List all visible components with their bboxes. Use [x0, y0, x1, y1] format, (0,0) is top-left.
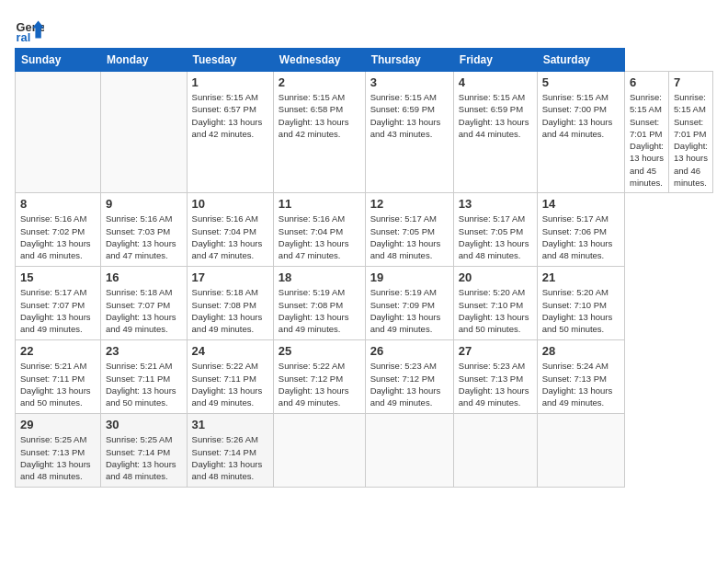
day-info: Sunrise: 5:22 AM Sunset: 7:12 PM Dayligh… [279, 360, 360, 408]
day-info: Sunrise: 5:25 AM Sunset: 7:13 PM Dayligh… [20, 433, 96, 482]
calendar-week-4: 22 Sunrise: 5:21 AM Sunset: 7:11 PM Dayl… [16, 340, 713, 414]
calendar-cell: 16 Sunrise: 5:18 AM Sunset: 7:07 PM Dayl… [100, 267, 187, 340]
day-number: 24 [192, 344, 268, 358]
day-number: 15 [20, 270, 96, 284]
calendar-cell: 1 Sunrise: 5:15 AM Sunset: 6:57 PM Dayli… [187, 72, 273, 193]
day-info: Sunrise: 5:17 AM Sunset: 7:07 PM Dayligh… [20, 286, 96, 335]
header-sunday: Sunday [16, 49, 101, 72]
header-thursday: Thursday [365, 49, 453, 72]
calendar-cell: 3 Sunrise: 5:15 AM Sunset: 6:59 PM Dayli… [365, 72, 453, 193]
calendar-cell: 2 Sunrise: 5:15 AM Sunset: 6:58 PM Dayli… [273, 72, 365, 193]
day-number: 22 [20, 344, 96, 358]
calendar-cell: 14 Sunrise: 5:17 AM Sunset: 7:06 PM Dayl… [537, 193, 624, 267]
calendar-cell: 12 Sunrise: 5:17 AM Sunset: 7:05 PM Dayl… [365, 193, 453, 267]
day-number: 29 [20, 418, 96, 431]
day-info: Sunrise: 5:21 AM Sunset: 7:11 PM Dayligh… [106, 360, 182, 408]
day-number: 23 [106, 344, 182, 358]
day-number: 4 [459, 75, 532, 89]
day-number: 13 [459, 197, 532, 211]
day-info: Sunrise: 5:16 AM Sunset: 7:03 PM Dayligh… [106, 213, 182, 261]
day-number: 2 [279, 75, 360, 89]
calendar-week-2: 8 Sunrise: 5:16 AM Sunset: 7:02 PM Dayli… [16, 193, 713, 267]
day-number: 25 [279, 344, 360, 358]
day-info: Sunrise: 5:16 AM Sunset: 7:04 PM Dayligh… [279, 213, 360, 261]
day-info: Sunrise: 5:17 AM Sunset: 7:05 PM Dayligh… [459, 213, 532, 261]
calendar-cell: 11 Sunrise: 5:16 AM Sunset: 7:04 PM Dayl… [273, 193, 365, 267]
day-number: 11 [279, 197, 360, 211]
calendar-cell: 27 Sunrise: 5:23 AM Sunset: 7:13 PM Dayl… [453, 340, 537, 414]
logo: Gene ral [15, 15, 48, 44]
day-info: Sunrise: 5:20 AM Sunset: 7:10 PM Dayligh… [542, 286, 620, 335]
calendar-body: 1 Sunrise: 5:15 AM Sunset: 6:57 PM Dayli… [16, 72, 713, 488]
calendar-cell: 22 Sunrise: 5:21 AM Sunset: 7:11 PM Dayl… [16, 340, 101, 414]
header-saturday: Saturday [537, 49, 624, 72]
day-number: 18 [279, 270, 360, 284]
day-number: 8 [20, 197, 96, 211]
calendar-cell [273, 414, 365, 488]
day-number: 27 [459, 344, 532, 358]
calendar-cell: 25 Sunrise: 5:22 AM Sunset: 7:12 PM Dayl… [273, 340, 365, 414]
day-number: 16 [106, 270, 182, 284]
calendar-cell: 23 Sunrise: 5:21 AM Sunset: 7:11 PM Dayl… [100, 340, 187, 414]
calendar-cell: 21 Sunrise: 5:20 AM Sunset: 7:10 PM Dayl… [537, 267, 624, 340]
day-number: 6 [630, 75, 664, 89]
day-number: 26 [370, 344, 449, 358]
calendar-week-1: 1 Sunrise: 5:15 AM Sunset: 6:57 PM Dayli… [16, 72, 713, 193]
day-number: 19 [370, 270, 449, 284]
day-info: Sunrise: 5:17 AM Sunset: 7:06 PM Dayligh… [542, 213, 620, 261]
svg-text:ral: ral [17, 30, 31, 44]
header-monday: Monday [100, 49, 187, 72]
day-number: 3 [370, 75, 449, 89]
calendar-cell: 9 Sunrise: 5:16 AM Sunset: 7:03 PM Dayli… [100, 193, 187, 267]
day-info: Sunrise: 5:22 AM Sunset: 7:11 PM Dayligh… [192, 360, 268, 408]
header-wednesday: Wednesday [273, 49, 365, 72]
day-number: 5 [542, 75, 620, 89]
calendar-header-row: SundayMondayTuesdayWednesdayThursdayFrid… [16, 49, 713, 72]
calendar-cell: 28 Sunrise: 5:24 AM Sunset: 7:13 PM Dayl… [537, 340, 624, 414]
day-number: 30 [106, 418, 182, 431]
day-info: Sunrise: 5:25 AM Sunset: 7:14 PM Dayligh… [106, 433, 182, 482]
day-info: Sunrise: 5:17 AM Sunset: 7:05 PM Dayligh… [370, 213, 449, 261]
calendar-cell [537, 414, 624, 488]
day-info: Sunrise: 5:16 AM Sunset: 7:04 PM Dayligh… [192, 213, 268, 261]
day-number: 28 [542, 344, 620, 358]
day-number: 7 [674, 75, 708, 89]
day-info: Sunrise: 5:15 AM Sunset: 6:57 PM Dayligh… [192, 91, 268, 140]
calendar-cell [365, 414, 453, 488]
day-info: Sunrise: 5:16 AM Sunset: 7:02 PM Dayligh… [20, 213, 96, 261]
calendar-cell [453, 414, 537, 488]
day-info: Sunrise: 5:18 AM Sunset: 7:08 PM Dayligh… [192, 286, 268, 335]
day-number: 1 [192, 75, 268, 89]
day-info: Sunrise: 5:18 AM Sunset: 7:07 PM Dayligh… [106, 286, 182, 335]
calendar-cell: 20 Sunrise: 5:20 AM Sunset: 7:10 PM Dayl… [453, 267, 537, 340]
calendar-table: SundayMondayTuesdayWednesdayThursdayFrid… [15, 48, 713, 488]
calendar-cell [16, 72, 101, 193]
header-tuesday: Tuesday [187, 49, 273, 72]
day-info: Sunrise: 5:19 AM Sunset: 7:08 PM Dayligh… [279, 286, 360, 335]
day-number: 20 [459, 270, 532, 284]
calendar-cell: 5 Sunrise: 5:15 AM Sunset: 7:00 PM Dayli… [537, 72, 624, 193]
day-number: 21 [542, 270, 620, 284]
calendar-week-5: 29 Sunrise: 5:25 AM Sunset: 7:13 PM Dayl… [16, 414, 713, 488]
calendar-cell: 13 Sunrise: 5:17 AM Sunset: 7:05 PM Dayl… [453, 193, 537, 267]
header-friday: Friday [453, 49, 537, 72]
day-info: Sunrise: 5:23 AM Sunset: 7:13 PM Dayligh… [459, 360, 532, 408]
day-info: Sunrise: 5:15 AM Sunset: 7:01 PM Dayligh… [674, 91, 708, 189]
day-info: Sunrise: 5:15 AM Sunset: 7:01 PM Dayligh… [630, 91, 664, 189]
day-info: Sunrise: 5:23 AM Sunset: 7:12 PM Dayligh… [370, 360, 449, 408]
calendar-cell: 26 Sunrise: 5:23 AM Sunset: 7:12 PM Dayl… [365, 340, 453, 414]
calendar-cell: 6 Sunrise: 5:15 AM Sunset: 7:01 PM Dayli… [625, 72, 669, 193]
day-info: Sunrise: 5:24 AM Sunset: 7:13 PM Dayligh… [542, 360, 620, 408]
day-info: Sunrise: 5:19 AM Sunset: 7:09 PM Dayligh… [370, 286, 449, 335]
calendar-cell: 10 Sunrise: 5:16 AM Sunset: 7:04 PM Dayl… [187, 193, 273, 267]
calendar-cell: 17 Sunrise: 5:18 AM Sunset: 7:08 PM Dayl… [187, 267, 273, 340]
day-info: Sunrise: 5:15 AM Sunset: 7:00 PM Dayligh… [542, 91, 620, 140]
calendar-cell: 19 Sunrise: 5:19 AM Sunset: 7:09 PM Dayl… [365, 267, 453, 340]
day-info: Sunrise: 5:20 AM Sunset: 7:10 PM Dayligh… [459, 286, 532, 335]
day-info: Sunrise: 5:21 AM Sunset: 7:11 PM Dayligh… [20, 360, 96, 408]
calendar-cell: 7 Sunrise: 5:15 AM Sunset: 7:01 PM Dayli… [668, 72, 712, 193]
day-number: 17 [192, 270, 268, 284]
day-number: 9 [106, 197, 182, 211]
calendar-cell [100, 72, 187, 193]
page-header: Gene ral [15, 15, 713, 44]
